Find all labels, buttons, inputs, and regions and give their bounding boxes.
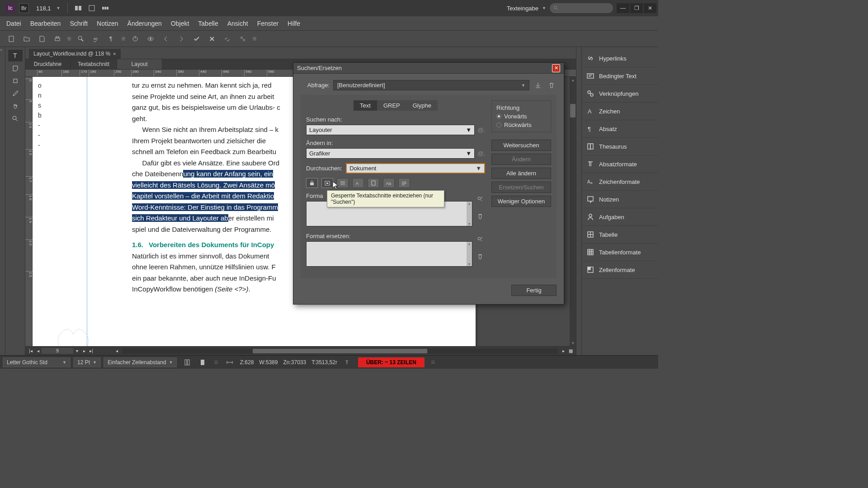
change-input[interactable]: Grafiker▼: [306, 148, 475, 159]
power-icon[interactable]: [129, 33, 141, 45]
menu-notizen[interactable]: Notizen: [92, 17, 123, 30]
menu-aenderungen[interactable]: Änderungen: [123, 17, 166, 30]
reject-all-icon[interactable]: [237, 33, 249, 45]
next-icon[interactable]: [175, 33, 187, 45]
view-tab-layout[interactable]: Layout: [117, 59, 162, 69]
save-query-icon[interactable]: [533, 80, 543, 90]
print-icon[interactable]: [52, 33, 63, 45]
panel-tabellenformate[interactable]: Tabellenformate: [582, 244, 658, 261]
close-tab-icon[interactable]: ×: [113, 51, 116, 56]
h-scrollbar[interactable]: [122, 348, 558, 354]
arrange-icon-1[interactable]: [73, 3, 83, 13]
v-scrollbar[interactable]: ▴ ▾: [570, 77, 576, 346]
menu-bearbeiten[interactable]: Bearbeiten: [26, 17, 66, 30]
minimize-button[interactable]: —: [617, 3, 629, 13]
view-tab-textabschnitt[interactable]: Textabschnitt: [71, 59, 117, 69]
column-icon[interactable]: [181, 357, 193, 368]
panel-verknuepfungen[interactable]: Verknüpfungen: [582, 85, 658, 103]
clear-change-format-icon[interactable]: [475, 252, 485, 262]
menu-datei[interactable]: Datei: [2, 17, 26, 30]
opt-whole-word-icon[interactable]: [398, 178, 410, 188]
radio-backward[interactable]: Rückwärts: [496, 122, 546, 128]
clear-find-format-icon[interactable]: [475, 211, 485, 221]
next-page-icon[interactable]: ▸: [80, 348, 88, 353]
opt-hidden-layers-icon[interactable]: [337, 178, 349, 188]
panel-zellenformate[interactable]: Zellenformate: [582, 261, 658, 279]
opt-locked-layers-icon[interactable]: [306, 178, 318, 188]
tab-glyphe[interactable]: Glyphe: [406, 100, 438, 111]
note-tool-icon[interactable]: [8, 62, 23, 74]
new-icon[interactable]: [5, 33, 17, 45]
panel-bedingter-text[interactable]: Bedingter Text: [582, 67, 658, 85]
special-find-icon[interactable]: @,: [477, 127, 485, 133]
view-tab-druckfahne[interactable]: Druckfahne: [25, 59, 71, 69]
zoom-dropdown[interactable]: 118,1▼: [33, 3, 64, 14]
special-change-icon[interactable]: @,: [477, 150, 485, 157]
scope-dropdown[interactable]: Dokument▼: [346, 163, 485, 174]
panel-notizen[interactable]: Notizen: [582, 191, 658, 208]
radio-forward[interactable]: Vorwärts: [496, 113, 546, 120]
panel-aufgaben[interactable]: Aufgaben: [582, 208, 658, 226]
hand-tool-icon[interactable]: [8, 100, 23, 112]
maximize-button[interactable]: ❐: [630, 3, 643, 13]
menu-schrift[interactable]: Schrift: [65, 17, 92, 30]
find-next-button[interactable]: Weitersuchen: [491, 140, 551, 151]
panel-tabelle[interactable]: Tabelle: [582, 226, 658, 244]
find-input[interactable]: Layouter▼: [306, 125, 475, 135]
type-tool-icon[interactable]: T: [8, 50, 23, 61]
menu-fenster[interactable]: Fenster: [253, 17, 283, 30]
query-dropdown[interactable]: [Benutzerdefiniert]▼: [333, 80, 529, 90]
leading-dropdown[interactable]: Einfacher Zeilenabstand▼: [104, 357, 177, 367]
fewer-options-button[interactable]: Weniger Optionen: [491, 196, 551, 207]
accept-icon[interactable]: [191, 33, 203, 45]
delete-query-icon[interactable]: [547, 80, 557, 90]
bridge-icon[interactable]: Br: [19, 3, 29, 13]
menu-hilfe[interactable]: Hilfe: [283, 17, 305, 30]
tools-collapse[interactable]: [0, 47, 5, 355]
panel-hyperlinks[interactable]: Hyperlinks: [582, 50, 658, 67]
zoom-tool-icon[interactable]: [8, 113, 23, 125]
arrange-icon-2[interactable]: [87, 3, 97, 13]
arrange-icon-3[interactable]: [100, 3, 110, 13]
prev-icon[interactable]: [160, 33, 172, 45]
menu-ansicht[interactable]: Ansicht: [223, 17, 253, 30]
position-tool-icon[interactable]: [8, 75, 23, 87]
panel-zeichen[interactable]: AZeichen: [582, 103, 658, 120]
panel-zeichenformate[interactable]: AaZeichenformate: [582, 173, 658, 191]
specify-find-format-icon[interactable]: T: [475, 194, 485, 204]
first-page-icon[interactable]: |◂: [27, 348, 34, 353]
menu-objekt[interactable]: Objekt: [166, 17, 193, 30]
save-icon[interactable]: [36, 33, 48, 45]
measure-icon[interactable]: [224, 357, 236, 368]
panels-collapse[interactable]: [576, 47, 581, 355]
change-find-button[interactable]: Ersetzen/Suchen: [491, 182, 551, 193]
tab-text[interactable]: Text: [354, 100, 377, 111]
done-button[interactable]: Fertig: [511, 285, 557, 296]
change-all-button[interactable]: Alle ändern: [491, 168, 551, 179]
opt-master-pages-icon[interactable]: A: [352, 178, 364, 188]
hidden-chars-icon[interactable]: ¶: [106, 33, 118, 45]
font-dropdown[interactable]: Letter Gothic Std▼: [3, 357, 71, 367]
opt-locked-stories-icon[interactable]: [321, 178, 333, 188]
accept-all-icon[interactable]: [222, 33, 233, 45]
fit-icon[interactable]: T: [342, 357, 354, 368]
prev-page-icon[interactable]: ◂: [34, 348, 42, 353]
dialog-close-icon[interactable]: ✕: [552, 64, 560, 72]
panel-absatzformate[interactable]: Absatzformate: [582, 155, 658, 173]
tab-grep[interactable]: GREP: [377, 100, 406, 111]
help-search[interactable]: [550, 3, 613, 13]
menu-tabelle[interactable]: Tabelle: [193, 17, 222, 30]
panel-thesaurus[interactable]: Thesaurus: [582, 138, 658, 155]
last-page-icon[interactable]: ▸|: [88, 348, 95, 353]
reject-icon[interactable]: [206, 33, 218, 45]
change-format-box[interactable]: [306, 241, 472, 267]
page-number-field[interactable]: 9: [42, 348, 73, 354]
depth-icon[interactable]: [197, 357, 208, 368]
find-icon[interactable]: [75, 33, 87, 45]
opt-case-icon[interactable]: Aa: [383, 178, 395, 188]
size-dropdown[interactable]: 12 Pt▼: [73, 357, 101, 367]
open-icon[interactable]: [21, 33, 33, 45]
document-tab[interactable]: Layout_Workflow.indd @ 118 %×: [29, 49, 121, 59]
change-button[interactable]: Ändern: [491, 154, 551, 165]
split-view-icon[interactable]: ▦: [567, 348, 574, 353]
